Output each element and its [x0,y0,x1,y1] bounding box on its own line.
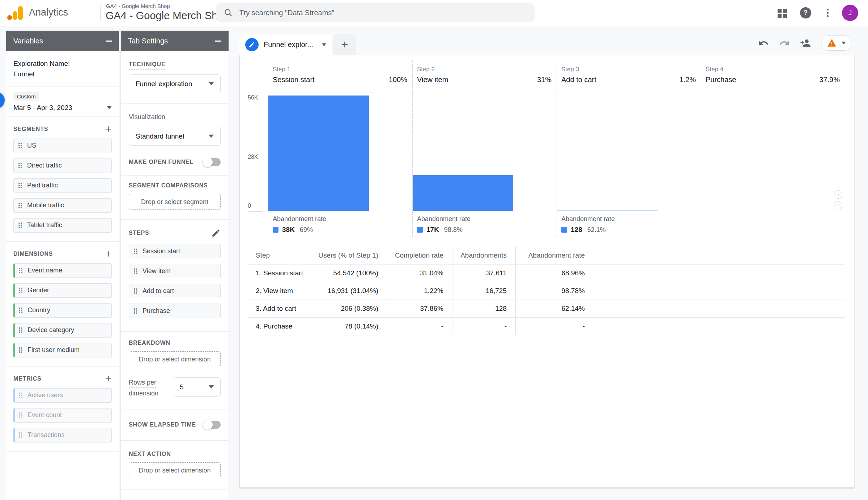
drag-handle-icon [18,182,22,188]
search-input[interactable] [239,8,527,17]
segment-chip[interactable]: US [13,139,112,153]
legend-square-icon [561,227,567,233]
funnel-chart: Step 1Session start100%Abandonment rate3… [268,60,845,237]
funnel-step-name-row: Session start100% [273,76,407,84]
abandonment-cell: Abandonment rate38K69% [268,211,412,237]
funnel-step-name: Purchase [706,76,736,84]
drag-handle-icon [18,267,23,274]
nav-collapsed-fab[interactable] [0,92,5,109]
breadcrumb[interactable]: GA4 - Google Merch Shop [106,3,170,9]
metric-chip[interactable]: Event count [13,408,112,423]
abandonment-rate-label: Abandonment rate [561,215,697,223]
tab-bar: Funnel explor... + [239,26,854,55]
dimension-chip[interactable]: First user medium [13,343,112,357]
add-metric-button[interactable]: + [105,375,112,382]
y-tick-label: 28K [248,154,258,160]
zoom-out-icon[interactable]: − [834,201,842,209]
apps-grid-icon[interactable] [778,9,787,18]
table-cell: - [515,318,593,335]
step-chip[interactable]: Session start [129,244,221,258]
redo-icon[interactable] [779,38,790,48]
breakdown-drop-target[interactable]: Drop or select dimension [129,351,221,367]
segment-drop-target[interactable]: Drop or select segment [129,194,221,210]
chip-label: Transactions [27,431,64,439]
tab-funnel-exploration[interactable]: Funnel explor... [239,34,332,55]
table-row: 3. Add to cart206 (0.38%)37.86%12862.14% [247,300,845,318]
table-filler-cell [593,246,845,264]
step-chip[interactable]: Purchase [129,304,221,318]
chip-label: Event count [27,411,62,419]
collapse-variables-icon[interactable] [106,41,112,42]
share-user-add-icon[interactable] [800,38,811,48]
open-funnel-toggle[interactable] [204,158,221,166]
dimension-chip[interactable]: Country [13,303,112,318]
visualization-select[interactable]: Standard funnel [129,127,221,146]
more-menu-icon[interactable] [827,9,829,10]
zoom-in-icon[interactable]: + [834,190,842,199]
segment-chip[interactable]: Paid traffic [13,178,112,193]
table-cell: 54,542 (100%) [313,264,387,282]
elapsed-time-toggle[interactable] [204,421,221,429]
help-icon[interactable]: ? [800,7,811,18]
drag-handle-icon [133,248,138,254]
chip-label: Tablet traffic [27,221,62,229]
table-cell: 3. Add to cart [247,300,313,317]
dimension-chip[interactable]: Event name [13,263,112,278]
dimensions-section: DIMENSIONS + Event nameGenderCountryDevi… [6,242,119,366]
table-row: 2. View item16,931 (31.04%)1.22%16,72598… [247,282,845,300]
segment-chip[interactable]: Tablet traffic [13,218,112,233]
segment-chip[interactable]: Direct traffic [13,158,112,173]
avatar[interactable]: J [842,5,858,21]
funnel-step-column: Step 3Add to cart1.2%Abandonment rate128… [557,60,701,237]
warning-icon [827,38,837,48]
drag-handle-icon [18,162,22,169]
metric-chip[interactable]: Active users [13,388,112,403]
metric-chip[interactable]: Transactions [13,428,112,442]
table-cell: 68.96% [515,264,593,282]
chip-label: Gender [27,287,49,294]
funnel-canvas: 56K 28K 0 Step 1Session start100%Abandon… [239,55,854,488]
search-bar[interactable] [216,3,535,22]
metrics-label: METRICS [13,376,42,382]
add-dimension-button[interactable]: + [105,250,112,258]
exploration-name-value[interactable]: Funnel [13,69,112,79]
table-cell: 1. Session start [247,264,313,282]
table-filler-cell [593,318,845,335]
analytics-logo-icon[interactable] [7,5,24,21]
variables-panel-header: Variables [6,31,119,51]
chevron-down-icon [107,106,112,109]
step-chip[interactable]: Add to cart [129,284,221,298]
abandonment-rate-value: 62.1% [587,226,606,234]
funnel-step-name-row: Purchase37.9% [706,76,840,84]
collapse-tab-settings-icon[interactable] [215,41,221,42]
variables-panel: Variables Exploration Name: Funnel Custo… [6,30,119,500]
drag-handle-icon [18,412,23,418]
dimensions-label: DIMENSIONS [13,251,53,257]
warning-menu-button[interactable] [821,35,852,51]
drag-handle-icon [133,308,138,314]
undo-icon[interactable] [758,38,769,48]
segment-chip[interactable]: Mobile traffic [13,198,112,213]
drag-handle-icon [133,288,138,294]
exploration-name-section: Exploration Name: Funnel [6,51,119,86]
edit-steps-icon[interactable] [211,228,221,238]
drag-handle-icon [18,327,23,333]
table-cell: 4. Purchase [247,318,313,335]
y-tick-label: 0 [248,203,251,209]
abandonment-value: 17K [426,226,439,234]
dimension-chip[interactable]: Device category [13,323,112,338]
add-segment-button[interactable]: + [105,126,112,133]
next-action-drop-target[interactable]: Drop or select dimension [129,462,221,478]
table-header-cell: Step [247,246,313,264]
dimension-chip[interactable]: Gender [13,283,112,298]
technique-select[interactable]: Funnel exploration [129,74,221,93]
date-range-selector[interactable]: Mar 5 - Apr 3, 2023 [13,104,112,112]
table-cell: 98.78% [515,282,593,300]
abandonment-rate-value: 69% [300,226,313,234]
rows-per-dimension-select[interactable]: 5 [173,377,221,397]
funnel-step-column: Step 2View item31%Abandonment rate17K98.… [412,60,557,237]
step-chip[interactable]: View item [129,264,221,278]
property-title[interactable]: GA4 - Google Merch Shop [106,10,229,22]
add-tab-button[interactable]: + [333,34,356,55]
table-header-cell: Abandonments [452,246,515,264]
